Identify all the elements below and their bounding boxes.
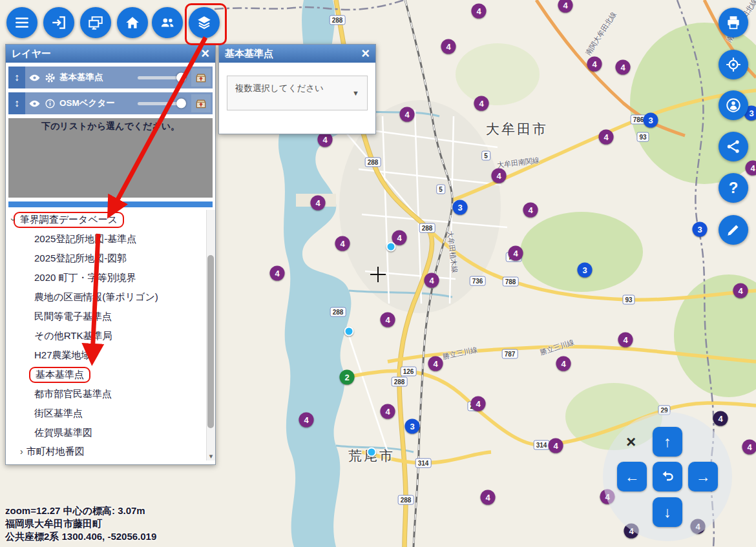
map-marker[interactable]: 4 [523, 203, 538, 218]
map-marker[interactable]: 4 [381, 313, 395, 327]
layer-tree-item-label[interactable]: 都市部官民基準点 [34, 388, 112, 400]
map-marker[interactable]: 4 [425, 273, 439, 288]
map-marker[interactable]: 4 [492, 169, 507, 183]
opacity-slider[interactable] [138, 76, 184, 79]
map-marker[interactable]: 4 [616, 60, 631, 75]
layer-tree-item[interactable]: 民間等電子基準点 [6, 307, 206, 326]
map-marker[interactable]: 4 [556, 356, 571, 371]
scrollbar-down-icon[interactable]: ▾ [207, 452, 215, 460]
drag-handle-icon[interactable]: ↕ [8, 92, 25, 114]
nav-pad-close-icon[interactable]: × [626, 432, 636, 452]
map-marker[interactable] [344, 327, 354, 336]
map-marker[interactable]: 4 [400, 107, 415, 122]
layer-tree-item-label[interactable]: 佐賀県基準図 [34, 427, 92, 439]
map-marker[interactable]: 4 [618, 333, 633, 347]
settings-gear-icon[interactable] [44, 72, 56, 84]
pan-right-button[interactable]: → [688, 462, 718, 491]
map-marker[interactable]: 4 [472, 4, 487, 19]
layer-tree-item-label[interactable]: その他RTK基準局 [34, 330, 112, 342]
layer-tree-item-label[interactable]: 2025登記所地図-基準点 [34, 233, 136, 245]
login-button[interactable] [43, 7, 74, 38]
layer-tree-item-label[interactable]: 農地の区画情報(筆ポリゴン) [34, 291, 158, 304]
layer-row-kihon[interactable]: ↕ 基本基準点 [8, 67, 213, 88]
menu-button[interactable] [6, 7, 37, 38]
screens-button[interactable] [80, 7, 111, 38]
expander-open-icon[interactable]: › [8, 218, 19, 222]
visibility-eye-icon[interactable] [28, 98, 41, 110]
pan-down-button[interactable]: ↓ [653, 497, 682, 527]
layer-tree-item[interactable]: 都市部官民基準点 [6, 384, 206, 404]
map-marker[interactable]: 4 [311, 196, 326, 211]
layer-tree-item[interactable]: 農地の区画情報(筆ポリゴン) [6, 287, 206, 307]
layer-tree-item-label[interactable]: 2020 町丁・字等別境界 [34, 272, 136, 284]
map-marker[interactable]: 4 [558, 0, 573, 13]
slider-knob[interactable] [176, 99, 186, 108]
map-marker[interactable]: 3 [693, 222, 708, 237]
map-marker[interactable]: 3 [578, 263, 593, 278]
draw-button[interactable] [719, 215, 748, 245]
map-marker[interactable]: 4 [270, 266, 285, 281]
share-button[interactable] [719, 132, 748, 161]
map-marker[interactable]: 4 [471, 397, 486, 411]
slider-knob[interactable] [176, 73, 186, 83]
locate-button[interactable] [719, 50, 748, 79]
map-marker[interactable]: 4 [713, 411, 728, 426]
map-marker[interactable]: 4 [474, 96, 489, 111]
map-marker[interactable]: 4 [742, 440, 756, 455]
drag-handle-icon[interactable]: ↕ [8, 67, 25, 88]
pan-left-button[interactable]: ← [617, 462, 647, 491]
map-marker[interactable]: 4 [733, 284, 748, 298]
tree-root-row[interactable]: › 筆界調査データベース [6, 210, 206, 229]
layer-tree-item-label[interactable]: 街区基準点 [34, 408, 83, 420]
undo-view-button[interactable] [653, 462, 682, 491]
map-marker[interactable]: 4 [509, 246, 523, 261]
vertical-scrollbar[interactable]: ▾ [206, 210, 215, 460]
layers-button[interactable] [189, 7, 220, 38]
layer-tree-item[interactable]: H27農業地域 [6, 346, 206, 365]
expander-closed-icon[interactable]: › [20, 446, 23, 457]
layer-tree-item-label[interactable]: 2025登記所地図-図郭 [34, 253, 127, 265]
layer-tree-item[interactable]: 2020 町丁・字等別境界 [6, 268, 206, 287]
layers-panel-header[interactable]: レイヤー × [6, 45, 215, 63]
map-marker[interactable]: 4 [746, 161, 756, 176]
layer-tree-item-label[interactable]: 民間等電子基準点 [34, 311, 112, 323]
remove-layer-button[interactable] [191, 68, 211, 87]
remove-layer-button[interactable] [191, 94, 211, 112]
layer-tree-item[interactable]: 佐賀県基準図 [6, 423, 206, 442]
info-icon[interactable] [44, 98, 56, 110]
map-marker[interactable]: 4 [299, 413, 314, 428]
map-marker[interactable]: 4 [549, 439, 563, 453]
layer-tree-item[interactable]: 基本基準点 [6, 365, 206, 384]
tree-collapsed-row[interactable]: › 市町村地番図 [6, 442, 206, 460]
map-marker[interactable] [386, 242, 396, 252]
layer-tree-item[interactable]: 街区基準点 [6, 404, 206, 423]
kihon-panel-close-icon[interactable]: × [361, 46, 370, 61]
layers-panel-close-icon[interactable]: × [201, 46, 209, 61]
print-button[interactable] [719, 8, 748, 37]
street-view-button[interactable] [719, 90, 748, 120]
map-marker[interactable]: 4 [428, 356, 443, 371]
map-marker[interactable]: 4 [381, 404, 395, 419]
horizontal-scrollbar[interactable] [8, 201, 213, 207]
home-button[interactable] [117, 7, 148, 38]
map-marker[interactable] [367, 448, 377, 457]
visibility-eye-icon[interactable] [28, 72, 41, 84]
map-marker[interactable]: 2 [340, 370, 355, 385]
layer-tree-item-label[interactable]: 基本基準点 [29, 367, 90, 383]
map-marker[interactable]: 4 [587, 57, 602, 72]
users-button[interactable] [152, 7, 183, 38]
map-marker[interactable]: 3 [644, 113, 658, 128]
pan-up-button[interactable]: ↑ [653, 427, 682, 457]
layer-tree-item[interactable]: 2025登記所地図-基準点 [6, 229, 206, 249]
scrollbar-thumb[interactable] [207, 255, 214, 428]
layer-row-osm[interactable]: ↕ OSMベクター [8, 92, 213, 114]
layer-tree-item[interactable]: 2025登記所地図-図郭 [6, 249, 206, 268]
map-marker[interactable]: 4 [441, 39, 456, 54]
map-marker[interactable]: 4 [335, 236, 350, 251]
opacity-slider[interactable] [138, 102, 184, 105]
map-marker[interactable]: 3 [453, 200, 468, 215]
multi-select-dropdown[interactable]: 複数選択してください ▼ [227, 76, 368, 110]
map-marker[interactable]: 4 [481, 490, 496, 505]
map-marker[interactable]: 4 [599, 130, 614, 145]
map-marker[interactable]: 3 [405, 419, 420, 434]
